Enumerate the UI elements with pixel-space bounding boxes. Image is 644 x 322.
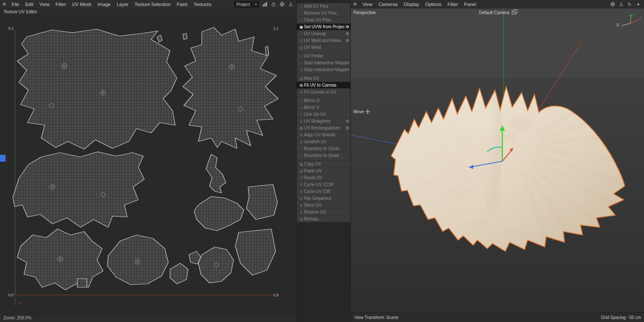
project-dropdown-label: Project — [237, 2, 250, 7]
command-icon: ↻ — [298, 190, 304, 194]
command-item[interactable]: ▣ Set UVW from Projection ⚙ — [297, 23, 351, 30]
uv-island[interactable] — [17, 29, 177, 149]
history-icon[interactable]: ↻ — [626, 1, 633, 8]
uv-island[interactable] — [194, 196, 244, 231]
uv-island[interactable] — [13, 152, 144, 227]
gear-icon[interactable]: ⚙ — [345, 31, 349, 36]
uv-island[interactable] — [183, 33, 187, 39]
command-item[interactable]: × Clear UV Pins ⚙ — [297, 16, 351, 23]
command-item[interactable]: ∥ UV Straighten ⚙ — [297, 117, 351, 124]
command-item[interactable]: ▴ Restore UV ⚙ — [297, 208, 351, 215]
command-item[interactable]: □ UV Unwrap ⚙ — [297, 30, 351, 37]
menu-item[interactable]: File — [9, 0, 22, 9]
gear-icon[interactable]: ⚙ — [345, 38, 349, 43]
project-dropdown[interactable]: Project ▾ — [234, 1, 259, 8]
command-item[interactable]: ▤ Paste UV ⚙ — [297, 167, 351, 174]
menu-item[interactable]: Image — [94, 0, 114, 9]
menu-item[interactable]: View — [36, 0, 53, 9]
command-item[interactable]: ⊘ Stop Interactive Mapping ⚙ — [297, 66, 351, 73]
color-swatch[interactable] — [0, 155, 6, 162]
camera-swap-icon[interactable] — [512, 11, 516, 15]
menu-item[interactable]: Textures — [191, 0, 215, 9]
zoom-status: Zoom: 259.0% — [3, 316, 31, 320]
menu-item[interactable]: Edit — [22, 0, 36, 9]
command-item[interactable]: ▾ Store UV ⚙ — [297, 202, 351, 208]
bar-chart-icon[interactable] — [261, 1, 268, 8]
uv-canvas[interactable]: 0,1 1,1 0,0 1,0 U — [0, 15, 296, 313]
command-item[interactable]: ⊞ Fit UV to Canvas ⚙ — [297, 81, 351, 88]
uv-island[interactable] — [170, 263, 188, 284]
menu-icon[interactable]: ≡ — [351, 0, 359, 9]
command-icon: × — [298, 18, 304, 22]
camera-label[interactable]: Default Camera — [479, 10, 516, 15]
panel-title[interactable]: Texture UV Editor — [0, 9, 296, 15]
menu-item[interactable]: Paint — [174, 0, 191, 9]
command-item[interactable]: □ Boundary to Quad ⚙ — [297, 152, 351, 159]
menu-item[interactable]: Cameras — [376, 0, 401, 9]
command-label: UV Unwrap — [304, 31, 345, 36]
menu-item[interactable]: Texture Selection — [131, 0, 173, 9]
command-label: Fit Canvas to UV — [304, 90, 349, 94]
command-icon: ▨ — [298, 217, 304, 221]
viewport-menubar: ≡ ViewCamerasDisplayOptionsFilterPanel ↻… — [351, 0, 644, 9]
command-item[interactable]: ∦ Unstitch UV ⚙ — [297, 138, 351, 145]
globe-icon[interactable] — [609, 1, 616, 8]
command-icon: □ — [298, 32, 304, 36]
perspective-label[interactable]: Perspective — [353, 10, 376, 15]
lock-icon[interactable] — [270, 1, 276, 8]
gear-icon[interactable]: ⚙ — [345, 119, 349, 123]
command-item[interactable]: ▯ Mirror U ⚙ — [297, 97, 351, 104]
uv-island[interactable] — [157, 35, 162, 42]
uv-commands-panel: + Add UV Pins ⚙ − Remove UV Pins ⚙ × Cle… — [296, 0, 350, 322]
menu-item[interactable]: Filter — [444, 0, 461, 9]
uv-island[interactable] — [77, 279, 87, 287]
uv-island[interactable] — [17, 229, 103, 290]
command-item[interactable]: ⇄ Flip Sequence ⚙ — [297, 195, 351, 202]
command-item[interactable]: ↻ Cycle UV CW ⚙ — [297, 188, 351, 195]
gear-icon[interactable]: ⚙ — [345, 24, 349, 29]
uv-island[interactable] — [246, 184, 277, 220]
globe-icon[interactable] — [279, 1, 285, 8]
menu-item[interactable]: View — [359, 0, 376, 9]
command-item[interactable]: ↺ Cycle UV CCW ⚙ — [297, 181, 351, 188]
command-item[interactable]: ▤ Max UV ⚙ — [297, 75, 351, 81]
menu-item[interactable]: Layer — [114, 0, 132, 9]
chevron-down-icon[interactable]: ▾ — [635, 1, 641, 8]
left-menu-items: FileEditViewFilterUV MeshImageLayerTextu… — [9, 0, 214, 9]
command-item[interactable]: ≡ Line Up UV ⚙ — [297, 111, 351, 117]
command-icon: ▦ — [298, 126, 304, 130]
command-item[interactable]: ▷ Start Interactive Mapping ⚙ — [297, 59, 351, 66]
uv-island[interactable] — [198, 247, 234, 283]
menu-item[interactable]: Panel — [461, 0, 479, 9]
uv-island[interactable] — [183, 27, 278, 148]
download-icon[interactable] — [287, 1, 294, 8]
command-item[interactable]: ▨ Remap... ⚙ — [297, 215, 351, 222]
menu-item[interactable]: Options — [422, 0, 444, 9]
statusbar: Zoom: 259.0% — [0, 313, 296, 322]
command-item[interactable]: ⊟ Fit Canvas to UV ⚙ — [297, 88, 351, 95]
command-item[interactable]: ◐ UV Peeler ⚙ — [297, 52, 351, 59]
menu-icon[interactable]: ≡ — [0, 0, 9, 9]
command-item[interactable]: ○ Boundary to Circle ⚙ — [297, 145, 351, 152]
viewport-3d[interactable]: Perspective Default Camera Move Z Y X — [351, 9, 644, 312]
command-item[interactable]: ▭ Mirror V ⚙ — [297, 104, 351, 111]
command-item[interactable]: ◫ UV Weld and Relax ⚙ — [297, 37, 351, 44]
command-item[interactable]: ▥ UV Weld ⚙ — [297, 44, 351, 51]
orientation-gizmo[interactable]: Z Y X — [615, 12, 641, 31]
menu-item[interactable]: UV Mesh — [69, 0, 94, 9]
command-item[interactable]: ▣ Copy UV ⚙ — [297, 160, 351, 167]
uv-island[interactable] — [265, 46, 269, 56]
command-item[interactable]: ▦ UV Rectangularize ⚙ — [297, 124, 351, 131]
uv-island[interactable] — [235, 229, 276, 275]
command-item[interactable]: + Add UV Pins ⚙ — [297, 3, 351, 9]
grid-spacing-label: Grid Spacing : 50 cm — [601, 315, 641, 320]
command-item[interactable]: − Remove UV Pins ⚙ — [297, 9, 351, 16]
command-item[interactable]: ↺ Reset UV ⚙ — [297, 174, 351, 181]
uv-island[interactable] — [107, 235, 168, 285]
menu-item[interactable]: Filter — [52, 0, 69, 9]
download-icon[interactable] — [618, 1, 624, 8]
command-item[interactable]: ⊞ Align UV Islands ⚙ — [297, 131, 351, 138]
gear-icon[interactable]: ⚙ — [345, 126, 349, 130]
uv-island[interactable] — [206, 154, 226, 193]
menu-item[interactable]: Display — [401, 0, 422, 9]
